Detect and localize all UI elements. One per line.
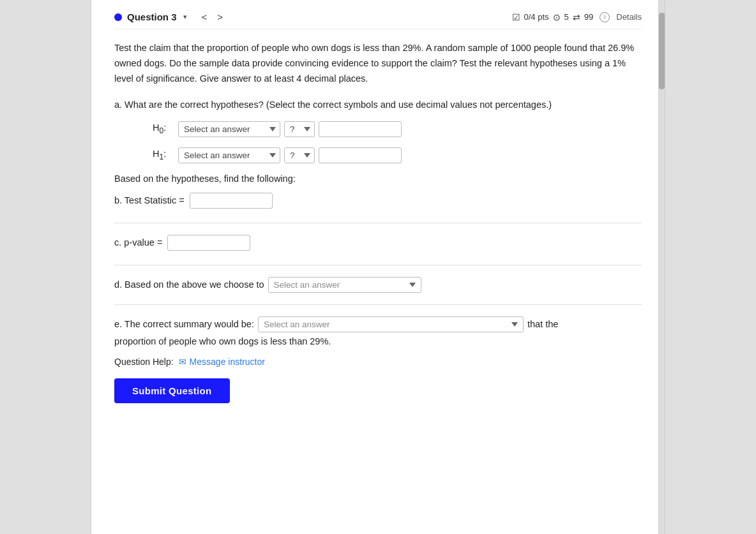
divider-1 [114, 223, 642, 223]
details-link[interactable]: Details [616, 12, 642, 22]
question-dot-indicator [114, 13, 122, 21]
h0-row: H0: Select an answer p μ ? = < > ≤ ≥ ≠ [153, 121, 642, 137]
scrollbar-thumb[interactable] [659, 13, 665, 89]
sync-text: 99 [584, 12, 593, 22]
message-icon: ✉ [179, 357, 186, 367]
part-b-row: b. Test Statistic = [114, 193, 642, 209]
nav-forward-button[interactable]: > [215, 11, 225, 22]
submit-question-button[interactable]: Submit Question [114, 378, 230, 403]
test-statistic-input[interactable] [190, 193, 273, 209]
part-e-label: e. The correct summary would be: [114, 319, 254, 329]
divider-2 [114, 265, 642, 265]
part-c-label: c. p-value = [114, 237, 162, 248]
divider-3 [114, 304, 642, 305]
h0-label: H0: [153, 122, 172, 135]
h1-label: H1: [153, 149, 172, 161]
question-body-text: Test the claim that the proportion of pe… [114, 41, 642, 87]
part-e-continuation: proportion of people who own dogs is les… [114, 336, 331, 346]
question-label: Question 3 [127, 11, 177, 22]
nav-arrows: < > [200, 11, 225, 22]
sync-icon: ⇄ [573, 12, 580, 22]
help-row: Question Help: ✉ Message instructor [114, 357, 642, 367]
h0-value-input[interactable] [319, 121, 402, 137]
pts-info: ☑ 0/4 pts ⊙ 5 ⇄ 99 [512, 12, 594, 22]
nav-back-button[interactable]: < [200, 11, 209, 22]
h1-answer-select[interactable]: Select an answer p μ [178, 147, 280, 163]
attempts-text: 5 [564, 12, 569, 22]
top-bar-right: ☑ 0/4 pts ⊙ 5 ⇄ 99 i Details [512, 12, 642, 22]
h1-row: H1: Select an answer p μ ? = < > ≤ ≥ ≠ [153, 147, 642, 163]
part-c-row: c. p-value = [114, 235, 642, 251]
h1-symbol-select[interactable]: ? = < > ≤ ≥ ≠ [284, 147, 315, 163]
h0-answer-select[interactable]: Select an answer p μ [178, 121, 280, 137]
message-instructor-link[interactable]: ✉ Message instructor [179, 357, 265, 367]
help-label: Question Help: [114, 357, 174, 367]
top-bar: Question 3 ▾ < > ☑ 0/4 pts ⊙ 5 ⇄ 99 i De… [114, 11, 642, 29]
find-section-label: Based on the hypotheses, find the follow… [114, 174, 642, 184]
part-e-row: e. The correct summary would be: Select … [114, 316, 642, 332]
part-e-select[interactable]: Select an answer There is sufficient evi… [258, 316, 524, 332]
top-bar-left: Question 3 ▾ < > [114, 11, 225, 22]
part-d-select[interactable]: Select an answer Reject the null hypothe… [268, 277, 421, 293]
clock-icon: ⊙ [553, 12, 561, 22]
part-d-label: d. Based on the above we choose to [114, 279, 264, 290]
check-icon: ☑ [512, 12, 520, 22]
h0-symbol-select[interactable]: ? = < > ≤ ≥ ≠ [284, 121, 315, 137]
info-icon[interactable]: i [600, 12, 610, 22]
part-a-label: a. What are the correct hypotheses? (Sel… [114, 98, 642, 112]
part-d-row: d. Based on the above we choose to Selec… [114, 277, 642, 293]
message-instructor-text: Message instructor [190, 357, 265, 367]
h1-value-input[interactable] [319, 147, 402, 163]
pts-text: 0/4 pts [524, 12, 549, 22]
question-dropdown-arrow[interactable]: ▾ [183, 13, 187, 21]
scrollbar[interactable] [658, 0, 665, 534]
part-e-suffix: that the [527, 319, 558, 329]
part-b-label: b. Test Statistic = [114, 195, 185, 205]
p-value-input[interactable] [167, 235, 250, 251]
